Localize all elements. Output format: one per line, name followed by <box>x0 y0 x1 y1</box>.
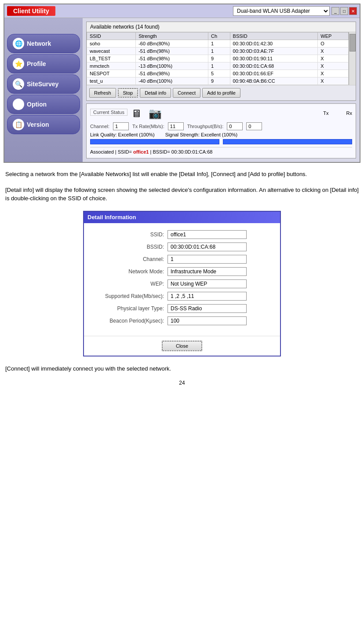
detail-field-label: Supported Rate(Mb/sec): <box>93 293 167 299</box>
cell-strength: -51 dBm(98%) <box>136 48 208 55</box>
col-ch: Ch <box>208 33 230 40</box>
cell-bssid: 00:30:0D:01:66:EF <box>230 70 318 77</box>
detail-close-button[interactable]: Close <box>162 341 202 351</box>
version-icon: 📋 <box>13 119 24 130</box>
option-icon: ⚙ <box>13 99 24 110</box>
channel-input[interactable] <box>113 122 129 130</box>
detail-dialog-container: Detail Information SSID:office1BSSID:00:… <box>62 211 302 356</box>
computer-icon: 🖥 <box>131 107 142 120</box>
bssid-text: | BSSID= 00:30:0D:01:CA:68 <box>150 149 212 154</box>
channel-label: Channel: <box>90 124 109 129</box>
detail-field-label: BSSID: <box>93 244 167 250</box>
cell-bssid: 00:30:0D:03:AE:7F <box>230 48 318 55</box>
cell-wep: X <box>318 70 349 77</box>
table-row[interactable]: soho-60 dBm(80%)100:30:0D:01:42:30O <box>87 40 349 48</box>
footer-text: [Connect] will immediately connect you w… <box>0 361 364 377</box>
detail-row: WEP:Not Using WEP <box>93 279 271 288</box>
detail-field-value: Not Using WEP <box>167 279 247 288</box>
throughput-tx-input[interactable] <box>227 122 243 130</box>
app-title: Client Utility <box>7 6 55 16</box>
table-row[interactable]: mmctech-13 dBm(100%)100:30:0D:01:CA:68X <box>87 62 349 70</box>
minimize-button[interactable]: _ <box>331 7 339 15</box>
cell-strength: -40 dBm(100%) <box>136 77 208 85</box>
table-container: SSID Strength Ch BSSID WEP soho-60 dBm(8… <box>87 32 356 85</box>
cell-wep: X <box>318 77 349 85</box>
cell-ch: 9 <box>208 77 230 85</box>
add-to-profile-button[interactable]: Add to profile <box>202 88 240 98</box>
cell-bssid: 00:90:4B:0A:B6:CC <box>230 77 318 85</box>
cell-strength: -60 dBm(80%) <box>136 40 208 48</box>
detail-field-value: 1 ,2 ,5 ,11 <box>167 292 247 301</box>
ssid-value: office1 <box>133 149 149 154</box>
cell-bssid: 00:30:0D:01:90:11 <box>230 55 318 62</box>
table-scrollbar[interactable] <box>349 32 356 85</box>
table-row[interactable]: wavecast-51 dBm(98%)100:30:0D:03:AE:7FX <box>87 48 349 55</box>
maximize-button[interactable]: □ <box>340 7 348 15</box>
table-row[interactable]: LB_TEST-51 dBm(98%)900:30:0D:01:90:11X <box>87 55 349 62</box>
throughput-labels: Tx Rx <box>323 110 352 116</box>
close-window-button[interactable]: ✕ <box>349 7 357 15</box>
detail-field-value: 1 <box>167 255 247 264</box>
detail-row: BSSID:00:30:0D:01:CA:68 <box>93 243 271 251</box>
sidebar-item-profile[interactable]: ⭐ Profile <box>7 54 80 73</box>
throughput-label: Throughput(B/s): <box>187 124 224 129</box>
cell-ch: 9 <box>208 55 230 62</box>
cell-ch: 1 <box>208 62 230 70</box>
cell-strength: -51 dBm(98%) <box>136 55 208 62</box>
cell-wep: O <box>318 40 349 48</box>
sidebar-version-label: Version <box>27 121 49 128</box>
status-bars <box>90 139 352 144</box>
sidebar-network-label: Network <box>27 40 51 47</box>
scrollbar-thumb[interactable] <box>349 34 356 51</box>
sidebar-item-sitesurvey[interactable]: 🔍 SiteSurvey <box>7 74 80 94</box>
detail-field-value: DS-SS Radio <box>167 304 247 313</box>
cell-ch: 5 <box>208 70 230 77</box>
signal-strength-label: Signal Strength: Excellent (100%) <box>165 132 237 137</box>
cell-ssid: soho <box>87 40 136 48</box>
detail-field-label: Beacon Period(Kμsec): <box>93 318 167 324</box>
detail-row: Channel:1 <box>93 255 271 264</box>
cell-ssid: mmctech <box>87 62 136 70</box>
sidebar-item-option[interactable]: ⚙ Option <box>7 95 80 114</box>
cell-wep: X <box>318 62 349 70</box>
connect-text: [Connect] will immediately connect you w… <box>5 364 359 373</box>
body-text-1: Selecting a network from the [Available … <box>0 166 364 182</box>
network-table: SSID Strength Ch BSSID WEP soho-60 dBm(8… <box>87 32 349 85</box>
detail-info-button[interactable]: Detail info <box>140 88 171 98</box>
connect-button[interactable]: Connect <box>173 88 200 98</box>
cell-wep: X <box>318 48 349 55</box>
refresh-button[interactable]: Refresh <box>89 88 116 98</box>
camera-icon: 📷 <box>149 107 162 120</box>
tx-label: Tx <box>323 110 328 116</box>
tx-rate-input[interactable] <box>168 122 184 130</box>
detail-field-label: Network Mode: <box>93 268 167 275</box>
device-dropdown[interactable]: Dual-band WLAN USB Adapter <box>233 6 330 16</box>
detail-row: Physical layer Type:DS-SS Radio <box>93 304 271 313</box>
table-row[interactable]: NESPOT-51 dBm(98%)500:30:0D:01:66:EFX <box>87 70 349 77</box>
cell-bssid: 00:30:0D:01:42:30 <box>230 40 318 48</box>
cell-strength: -51 dBm(98%) <box>136 70 208 77</box>
cell-ssid: NESPOT <box>87 70 136 77</box>
network-title: Available networks (14 found) <box>87 22 356 32</box>
table-row[interactable]: test_u-40 dBm(100%)900:90:4B:0A:B6:CCX <box>87 77 349 85</box>
throughput-rx-input[interactable] <box>246 122 262 130</box>
app-window: Client Utility Dual-band WLAN USB Adapte… <box>4 4 360 163</box>
page-number: 24 <box>0 376 364 389</box>
col-wep: WEP <box>318 33 349 40</box>
profile-icon: ⭐ <box>13 58 24 70</box>
detail-dialog-body: SSID:office1BSSID:00:30:0D:01:CA:68Chann… <box>84 223 280 336</box>
stop-button[interactable]: Stop <box>118 88 138 98</box>
status-footer: Associated | SSID= office1 | BSSID= 00:3… <box>90 147 352 154</box>
detail-field-value: Infrastructure Mode <box>167 267 247 276</box>
cell-ch: 1 <box>208 48 230 55</box>
cell-ssid: wavecast <box>87 48 136 55</box>
col-bssid: BSSID <box>230 33 318 40</box>
network-icon: 🌐 <box>13 38 24 49</box>
detail-dialog-title: Detail Information <box>84 212 280 223</box>
sidebar-item-network[interactable]: 🌐 Network <box>7 34 80 53</box>
detail-field-value: office1 <box>167 230 247 239</box>
cell-ssid: test_u <box>87 77 136 85</box>
current-status-panel: Current Status 🖥 📷 Tx Rx Channel: Tx Rat… <box>86 103 356 158</box>
col-ssid: SSID <box>87 33 136 40</box>
sidebar-item-version[interactable]: 📋 Version <box>7 115 80 134</box>
